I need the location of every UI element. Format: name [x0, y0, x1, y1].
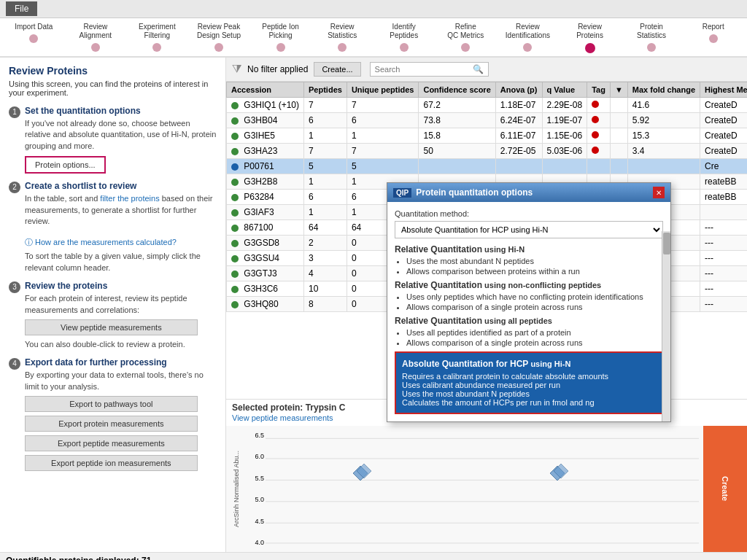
quant-section-2: Relative Quantitation using non-conflict… [395, 280, 663, 311]
quant-s1-item-2: Allows comparison between proteins withi… [406, 267, 663, 276]
quant-section-3-title: Relative Quantitation using all peptides [395, 316, 663, 326]
modal-title: Protein quantitation options [416, 187, 533, 198]
quant-s3-item-1: Uses all peptides identified as part of … [406, 328, 663, 337]
quant-section-3: Relative Quantitation using all peptides… [395, 316, 663, 347]
quant-s2-item-2: Allows comparison of a single protein ac… [406, 303, 663, 311]
quant-section-1-title: Relative Quantitation using Hi-N [395, 244, 663, 254]
modal-title-bar[interactable]: QIP Protein quantitation options ✕ [387, 183, 670, 202]
protein-quantitation-modal: QIP Protein quantitation options ✕ Quant… [387, 182, 671, 422]
method-label: Quantitation method: [395, 209, 663, 218]
scrollbar-thumb [663, 233, 670, 254]
quant-h-item-2: Uses calibrant abundance measured per ru… [402, 381, 656, 389]
modal-overlay: QIP Protein quantitation options ✕ Quant… [0, 0, 747, 560]
modal-close-button[interactable]: ✕ [653, 187, 665, 198]
modal-scrollbar[interactable] [662, 231, 670, 421]
quantitation-method-select[interactable]: Relative Quantitation using Hi-N Relativ… [395, 221, 663, 238]
quant-section-1: Relative Quantitation using Hi-N Uses th… [395, 244, 663, 276]
quant-h-item-4: Calculates the amount of HCPs per run in… [402, 398, 656, 407]
modal-content: Quantitation method: Relative Quantitati… [387, 202, 670, 421]
quant-s2-item-1: Uses only peptides which have no conflic… [406, 292, 663, 301]
quant-h-item-3: Uses the most abundant N peptides [402, 389, 656, 398]
quant-h-item-1: Requires a calibrant protein to calculat… [402, 372, 656, 381]
quant-s3-item-2: Allows comparison of a single protein ac… [406, 338, 663, 347]
quant-s1-item-1: Uses the most abundant N peptides [406, 257, 663, 265]
quant-highlighted-section: Absolute Quantitation for HCP using Hi-N… [395, 351, 663, 414]
quant-highlighted-title: Absolute Quantitation for HCP using Hi-N [402, 359, 656, 369]
qp-logo: QIP [393, 188, 411, 198]
quant-section-2-title: Relative Quantitation using non-conflict… [395, 280, 663, 290]
